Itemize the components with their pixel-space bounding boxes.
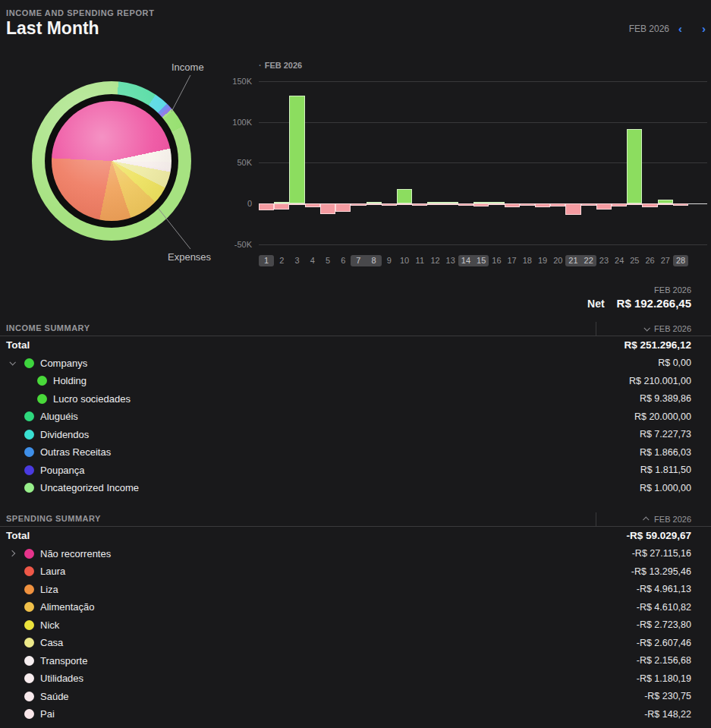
spending-row-nick[interactable]: Nick-R$ 2.723,80 — [0, 616, 711, 635]
chevron-right-icon[interactable] — [9, 550, 15, 556]
category-value: -R$ 4.610,82 — [637, 602, 711, 613]
income-row-aluguéis[interactable]: AluguéisR$ 20.000,00 — [0, 408, 711, 426]
spending-bar — [473, 203, 489, 206]
report-type-label: INCOME AND SPENDING REPORT — [6, 8, 154, 17]
spending-bar — [320, 203, 335, 214]
bar-day-7 — [351, 76, 366, 254]
category-color-dot — [24, 638, 34, 648]
category-value: -R$ 2.607,46 — [637, 638, 711, 648]
spending-row-laura[interactable]: Laura-R$ 13.295,46 — [0, 563, 711, 581]
spending-row-utilidades[interactable]: Utilidades-R$ 1.180,19 — [0, 670, 711, 688]
category-color-dot — [24, 447, 34, 457]
income-row-holding[interactable]: HoldingR$ 210.001,00 — [0, 372, 711, 390]
day-label-11: 11 — [412, 255, 427, 266]
bar-day-3 — [289, 76, 304, 254]
category-label: Casa — [40, 637, 63, 648]
chevron-down-icon — [644, 325, 650, 331]
income-row-uncategorized-income[interactable]: Uncategorized IncomeR$ 1.000,00 — [0, 479, 711, 497]
day-label-10: 10 — [397, 255, 412, 266]
spending-total-value: -R$ 59.029,67 — [626, 530, 711, 541]
category-color-dot — [37, 376, 47, 386]
income-summary-header: INCOME SUMMARY FEB 2026 — [0, 322, 711, 336]
chevron-down-icon[interactable] — [9, 359, 15, 365]
spending-bar — [505, 203, 520, 207]
income-bar — [397, 189, 412, 203]
expenses-pie-chart[interactable] — [52, 101, 171, 221]
spending-row-não-recorrentes[interactable]: Não recorrentes-R$ 27.115,16 — [0, 545, 711, 563]
income-summary-section: INCOME SUMMARY FEB 2026 Total R$ 251.296… — [0, 322, 711, 497]
spending-total-label: Total — [6, 530, 30, 541]
previous-month-button[interactable]: ‹ — [678, 23, 682, 34]
category-label: Aluguéis — [40, 411, 78, 422]
day-label-27: 27 — [658, 255, 673, 266]
bar-day-1 — [259, 76, 274, 254]
category-label: Utilidades — [40, 673, 83, 684]
income-row-companys[interactable]: CompanysR$ 0,00 — [0, 355, 711, 373]
category-color-dot — [24, 483, 34, 493]
x-axis-day-labels: 1234567891011121314151617181920212223242… — [259, 255, 688, 266]
y-tick-label: 150K — [232, 77, 252, 86]
spending-row-liza[interactable]: Liza-R$ 4.961,13 — [0, 581, 711, 599]
income-row-outras-receitas[interactable]: Outras ReceitasR$ 1.866,03 — [0, 443, 711, 462]
category-color-dot — [24, 465, 34, 475]
bar-day-27 — [658, 76, 673, 254]
spending-bar — [367, 203, 382, 205]
category-value: R$ 1.811,50 — [640, 465, 711, 475]
day-label-21: 21 — [565, 255, 580, 266]
spending-bar — [397, 203, 412, 205]
category-value: R$ 1.000,00 — [640, 483, 711, 493]
income-summary-period-selector[interactable]: FEB 2026 — [596, 322, 711, 336]
income-total-row: Total R$ 251.296,12 — [0, 336, 711, 355]
bar-day-14 — [458, 76, 473, 254]
expenses-callout-label: Expenses — [168, 251, 211, 263]
day-label-13: 13 — [443, 255, 458, 266]
bar-day-18 — [520, 76, 535, 254]
bullet-icon: · — [259, 61, 262, 70]
category-color-dot — [24, 549, 34, 559]
income-total-label: Total — [6, 339, 30, 351]
next-month-button[interactable]: › — [702, 23, 706, 34]
income-row-lucro-sociedades[interactable]: Lucro sociedadesR$ 9.389,86 — [0, 390, 711, 408]
category-label: Saúde — [40, 691, 69, 702]
day-label-12: 12 — [427, 255, 442, 266]
category-value: -R$ 148,22 — [644, 709, 711, 720]
day-label-7: 7 — [351, 255, 366, 266]
bar-day-4 — [305, 76, 320, 254]
category-value: -R$ 27.115,16 — [632, 548, 711, 559]
income-row-dividendos[interactable]: DividendosR$ 7.227,73 — [0, 426, 711, 444]
spending-row-saúde[interactable]: Saúde-R$ 230,75 — [0, 688, 711, 706]
bar-day-12 — [427, 76, 442, 254]
income-row-poupança[interactable]: PoupançaR$ 1.811,50 — [0, 462, 711, 480]
spending-row-transporte[interactable]: Transporte-R$ 2.156,68 — [0, 652, 711, 670]
y-axis-labels: 150K100K50K0-50K — [219, 76, 255, 254]
bar-slots — [259, 76, 688, 254]
income-ring-chart[interactable] — [32, 81, 191, 241]
bar-chart-title: ·FEB 2026 — [259, 61, 302, 70]
bar-day-17 — [505, 76, 520, 254]
category-label: Transporte — [40, 655, 87, 667]
bar-day-25 — [627, 76, 642, 254]
spending-row-alimentação[interactable]: Alimentação-R$ 4.610,82 — [0, 598, 711, 616]
spending-row-casa[interactable]: Casa-R$ 2.607,46 — [0, 634, 711, 652]
spending-bar — [627, 203, 642, 205]
day-label-14: 14 — [458, 255, 473, 266]
spending-bar — [289, 203, 304, 205]
period-navigator: FEB 2026 ‹ › — [629, 23, 706, 34]
spending-summary-period-selector[interactable]: FEB 2026 — [596, 512, 711, 526]
spending-row-pai[interactable]: Pai-R$ 148,22 — [0, 705, 711, 723]
category-value: -R$ 1.180,19 — [637, 673, 711, 684]
day-label-22: 22 — [581, 255, 596, 266]
spending-bar — [412, 203, 427, 206]
bar-day-15 — [473, 76, 489, 254]
day-label-15: 15 — [473, 255, 489, 266]
spending-bar — [535, 203, 550, 207]
spending-bar — [673, 203, 688, 206]
category-label: Não recorrentes — [40, 548, 111, 559]
y-tick-label: 0 — [247, 199, 252, 208]
day-label-3: 3 — [289, 255, 304, 266]
day-label-2: 2 — [274, 255, 289, 266]
gridline — [259, 81, 707, 82]
income-total-value: R$ 251.296,12 — [624, 339, 711, 351]
category-label: Poupança — [40, 465, 85, 476]
day-label-9: 9 — [382, 255, 397, 266]
